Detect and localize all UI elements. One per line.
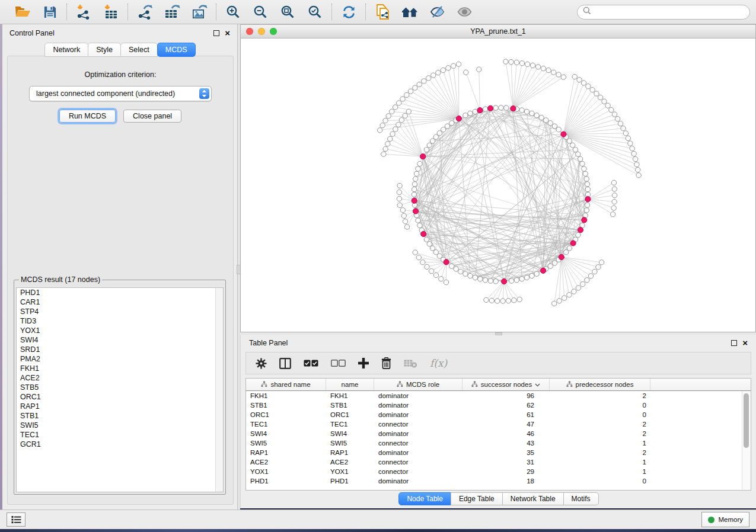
column-type-icon bbox=[471, 381, 478, 389]
mcds-result-item[interactable]: YOX1 bbox=[17, 326, 223, 335]
mcds-result-item[interactable]: GCR1 bbox=[17, 440, 223, 449]
tab-motifs[interactable]: Motifs bbox=[563, 492, 599, 505]
mcds-result-item[interactable]: STB5 bbox=[17, 383, 223, 392]
zoom-fit-icon[interactable] bbox=[279, 3, 296, 21]
mcds-result-item[interactable]: PMA2 bbox=[17, 354, 223, 364]
table-row[interactable]: ORC1ORC1dominator610 bbox=[246, 410, 751, 419]
tab-node-table[interactable]: Node Table bbox=[398, 492, 451, 505]
float-panel-icon[interactable] bbox=[731, 340, 737, 346]
save-icon[interactable] bbox=[41, 3, 59, 21]
tab-network[interactable]: Network bbox=[44, 43, 88, 57]
table-row[interactable]: FKH1FKH1dominator962 bbox=[246, 391, 751, 400]
column-header-successor-nodes[interactable]: successor nodes bbox=[462, 379, 550, 390]
import-table-icon[interactable] bbox=[102, 3, 120, 21]
network-canvas[interactable] bbox=[240, 39, 756, 332]
mcds-result-item[interactable]: SWI4 bbox=[17, 335, 223, 345]
close-panel-icon[interactable]: × bbox=[742, 340, 748, 346]
mcds-result-item[interactable]: FKH1 bbox=[17, 364, 223, 373]
cell-predecessor-nodes: 0 bbox=[550, 402, 650, 409]
table-panel-header: Table Panel × bbox=[241, 335, 756, 351]
open-file-icon[interactable] bbox=[14, 3, 31, 21]
split-panel-icon[interactable] bbox=[279, 358, 291, 369]
cell-successor-nodes: 43 bbox=[462, 440, 550, 447]
mcds-result-item[interactable]: TEC1 bbox=[17, 430, 223, 440]
mcds-result-item[interactable]: ORC1 bbox=[17, 392, 223, 402]
table-row[interactable]: STB1STB1dominator620 bbox=[246, 400, 751, 410]
mcds-result-item[interactable]: PHD1 bbox=[17, 288, 223, 297]
search-input[interactable] bbox=[595, 7, 744, 17]
table-row[interactable]: YOX1YOX1connector291 bbox=[246, 467, 751, 476]
mcds-result-fieldset: MCDS result (17 nodes) PHD1CAR1STP4TID3Y… bbox=[14, 275, 226, 495]
export-network-icon[interactable] bbox=[136, 3, 154, 21]
cell-predecessor-nodes: 2 bbox=[550, 392, 650, 399]
network-window-titlebar[interactable]: YPA_prune.txt_1 bbox=[240, 24, 756, 39]
mcds-result-title: MCDS result (17 nodes) bbox=[19, 275, 102, 284]
trash-icon[interactable] bbox=[381, 357, 391, 369]
zoom-in-icon[interactable] bbox=[224, 3, 242, 21]
network-manager-icon[interactable] bbox=[401, 3, 419, 21]
mcds-result-item[interactable]: ACE2 bbox=[17, 373, 223, 383]
refresh-view-icon[interactable] bbox=[340, 3, 358, 21]
column-header-shared-name[interactable]: shared name bbox=[246, 379, 326, 390]
optimization-criterion-select[interactable]: largest connected component (undirected) bbox=[29, 86, 212, 101]
table-row[interactable]: SWI5SWI5connector431 bbox=[246, 438, 751, 448]
search-icon bbox=[583, 7, 591, 17]
tab-network-table[interactable]: Network Table bbox=[502, 492, 564, 505]
hide-selected-icon[interactable] bbox=[428, 3, 446, 21]
table-scrollbar[interactable] bbox=[742, 391, 750, 489]
table-row[interactable]: PHD1PHD1dominator180 bbox=[246, 476, 751, 486]
cell-mcds-role: dominator bbox=[374, 411, 462, 418]
column-header-name[interactable]: name bbox=[326, 379, 374, 390]
run-mcds-button[interactable]: Run MCDS bbox=[59, 110, 116, 123]
cell-shared-name: TEC1 bbox=[246, 421, 326, 428]
column-header-mcds-role[interactable]: MCDS role bbox=[374, 379, 462, 390]
mcds-result-item[interactable]: TID3 bbox=[17, 316, 223, 326]
cell-shared-name: PHD1 bbox=[246, 477, 326, 485]
tab-mcds[interactable]: MCDS bbox=[157, 43, 196, 57]
select-all-icon[interactable] bbox=[304, 360, 318, 367]
table-row[interactable]: RAP1RAP1dominator352 bbox=[246, 448, 751, 457]
clone-network-icon[interactable] bbox=[374, 3, 391, 21]
gear-icon[interactable] bbox=[256, 358, 267, 369]
task-history-button[interactable] bbox=[7, 512, 25, 527]
mcds-result-item[interactable]: RAP1 bbox=[17, 402, 223, 411]
cell-shared-name: YOX1 bbox=[246, 468, 326, 475]
table-toolbar: f(x) bbox=[245, 352, 751, 374]
column-header-predecessor-nodes[interactable]: predecessor nodes bbox=[550, 379, 650, 390]
maximize-window-icon[interactable] bbox=[270, 28, 277, 35]
float-panel-icon[interactable] bbox=[213, 30, 219, 36]
table-row[interactable]: SWI4SWI4dominator462 bbox=[246, 429, 751, 438]
mcds-result-item[interactable]: SWI5 bbox=[17, 421, 223, 430]
close-window-icon[interactable] bbox=[246, 28, 253, 35]
import-network-icon[interactable] bbox=[75, 3, 92, 21]
cell-mcds-role: dominator bbox=[374, 449, 462, 456]
view-group bbox=[366, 3, 481, 21]
add-column-icon[interactable] bbox=[358, 358, 369, 368]
mcds-result-item[interactable]: SRD1 bbox=[17, 345, 223, 354]
memory-button[interactable]: Memory bbox=[701, 512, 749, 527]
tab-select[interactable]: Select bbox=[120, 43, 158, 57]
zoom-out-icon[interactable] bbox=[251, 3, 269, 21]
cell-shared-name: SWI5 bbox=[246, 440, 326, 447]
deselect-all-icon[interactable] bbox=[331, 360, 346, 367]
tab-style[interactable]: Style bbox=[88, 43, 121, 57]
zoom-selected-icon[interactable] bbox=[306, 3, 324, 21]
export-table-icon[interactable] bbox=[163, 3, 181, 21]
scrollbar-thumb[interactable] bbox=[744, 393, 749, 448]
node-table: shared namenameMCDS rolesuccessor nodesp… bbox=[245, 378, 751, 491]
mcds-result-item[interactable]: CAR1 bbox=[17, 297, 223, 307]
show-all-icon[interactable] bbox=[455, 3, 473, 21]
mcds-result-item[interactable]: STP4 bbox=[17, 307, 223, 316]
table-row[interactable]: TEC1TEC1connector472 bbox=[246, 419, 751, 429]
mcds-result-item[interactable]: STB1 bbox=[17, 411, 223, 421]
mcds-list-scrollbar[interactable] bbox=[215, 288, 223, 492]
tab-edge-table[interactable]: Edge Table bbox=[451, 492, 503, 505]
select-value: largest connected component (undirected) bbox=[36, 89, 175, 98]
close-panel-icon[interactable]: × bbox=[225, 30, 230, 36]
panel-title: Table Panel bbox=[249, 339, 288, 347]
export-image-icon[interactable] bbox=[190, 3, 208, 21]
table-row[interactable]: ACE2ACE2connector311 bbox=[246, 457, 751, 467]
close-panel-button[interactable]: Close panel bbox=[123, 110, 181, 123]
table-body: FKH1FKH1dominator962STB1STB1dominator620… bbox=[246, 391, 751, 486]
minimize-window-icon[interactable] bbox=[258, 28, 265, 35]
